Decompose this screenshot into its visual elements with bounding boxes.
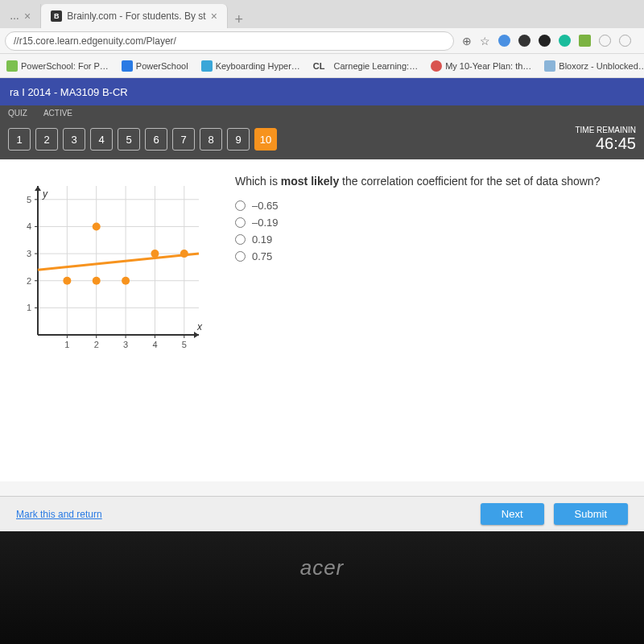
svg-text:4: 4 [27,221,31,231]
question-text: Which is most likely the correlation coe… [235,174,634,190]
question-number-button[interactable]: 3 [63,128,85,151]
laptop-frame: … × B Brainly.com - For students. By st … [0,0,644,644]
laptop-brand-logo: acer [300,555,345,580]
svg-text:x: x [196,321,203,332]
bookmark-label: Keyboarding Hyper… [216,61,300,71]
bookmark-label: Carnegie Learning:… [334,61,419,71]
mark-return-link[interactable]: Mark this and return [16,509,102,520]
footer-buttons: Next Submit [481,503,628,525]
bookmark-item[interactable]: PowerSchool: For P… [6,60,109,72]
address-bar: ⊕ ☆ [0,28,644,54]
extension-icon[interactable] [579,35,591,47]
browser-tab[interactable]: … × [0,4,41,28]
laptop-bezel: acer [0,531,644,644]
quiz-status-row: Quiz Active [0,105,644,121]
bookmark-icon [122,60,133,72]
answer-radio[interactable] [235,200,246,211]
question-number-list: 12345678910 [8,128,277,151]
close-icon[interactable]: × [24,10,31,23]
svg-text:5: 5 [182,340,187,349]
extension-icon[interactable] [498,35,510,47]
course-header: ra I 2014 - MA3109 B-CR [0,78,644,105]
answer-label: 0.75 [252,250,272,262]
answer-radio[interactable] [235,234,246,245]
bookmark-item[interactable]: My 10-Year Plan: th… [431,60,531,72]
browser-tab-active[interactable]: B Brainly.com - For students. By st × [41,4,228,28]
svg-point-42 [180,250,188,258]
svg-marker-15 [35,186,41,191]
bookmark-item[interactable]: Bloxorz - Unblocked… [544,60,644,72]
chart-panel: 1234512345xy [10,174,219,467]
question-number-button[interactable]: 5 [118,128,140,151]
options-list: –0.65–0.190.190.75 [235,200,634,262]
next-button[interactable]: Next [481,503,544,525]
url-input[interactable] [5,31,454,51]
svg-text:2: 2 [27,276,31,286]
answer-option[interactable]: –0.19 [235,217,634,229]
answer-label: 0.19 [252,233,272,246]
quiz-footer: Mark this and return Next Submit [0,496,644,531]
svg-point-38 [93,277,101,285]
svg-point-39 [93,222,101,230]
extension-icon[interactable] [559,35,571,47]
timer: TIME REMAININ 46:45 [575,126,636,153]
svg-text:5: 5 [27,195,31,204]
question-number-button[interactable]: 1 [8,128,31,151]
question-text-part: the correlation coefficient for the set … [339,175,600,188]
browser-tab-strip: … × B Brainly.com - For students. By st … [0,0,644,28]
question-content: 1234512345xy Which is most likely the co… [0,159,644,481]
submit-button[interactable]: Submit [554,503,628,525]
question-number-button[interactable]: 10 [254,128,277,151]
svg-text:1: 1 [64,340,69,349]
answer-label: –0.65 [252,200,279,212]
question-number-button[interactable]: 8 [200,128,222,151]
question-number-button[interactable]: 6 [145,128,167,151]
question-nav: 12345678910 TIME REMAININ 46:45 [0,121,644,159]
svg-text:1: 1 [27,303,31,312]
question-number-button[interactable]: 7 [172,128,195,151]
quiz-label: Quiz [8,109,27,118]
extension-icon[interactable] [539,35,551,47]
course-title: ra I 2014 - MA3109 B-CR [10,86,128,98]
answer-option[interactable]: 0.19 [235,233,634,246]
svg-point-41 [151,250,159,258]
timer-value: 46:45 [575,134,636,153]
svg-text:4: 4 [152,340,157,349]
svg-text:2: 2 [94,340,99,349]
bookmark-label: PowerSchool: For P… [21,61,109,71]
svg-marker-14 [194,332,199,338]
toolbar-icons: ⊕ ☆ [454,35,639,47]
profile-icon[interactable] [599,35,611,47]
bookmark-icon [544,60,555,72]
tab-title: … [10,10,19,22]
extension-icon[interactable] [518,35,530,47]
question-panel: Which is most likely the correlation coe… [235,174,634,467]
bookmark-item[interactable]: Keyboarding Hyper… [201,60,300,72]
bookmark-label: Bloxorz - Unblocked… [559,61,644,71]
answer-option[interactable]: –0.65 [235,200,634,212]
bookmark-item[interactable]: PowerSchool [122,60,188,72]
question-number-button[interactable]: 2 [35,128,58,151]
quiz-status: Active [43,109,72,118]
svg-line-36 [38,254,199,270]
bookmark-item[interactable]: CL Carnegie Learning:… [313,61,418,71]
answer-option[interactable]: 0.75 [235,250,634,262]
svg-text:3: 3 [123,340,128,349]
bookmark-icon [201,60,213,72]
favicon-icon: B [51,10,62,22]
new-tab-button[interactable]: + [228,11,250,28]
answer-radio[interactable] [235,251,246,262]
timer-label: TIME REMAININ [575,126,636,134]
scatter-chart: 1234512345xy [10,174,219,359]
svg-text:3: 3 [27,249,31,258]
svg-point-37 [63,277,71,285]
close-icon[interactable]: × [211,10,217,23]
question-number-button[interactable]: 9 [227,128,250,151]
svg-point-40 [122,277,130,285]
zoom-icon[interactable]: ⊕ [462,35,472,47]
answer-radio[interactable] [235,217,246,228]
question-number-button[interactable]: 4 [90,128,113,151]
star-icon[interactable]: ☆ [480,35,490,47]
menu-icon[interactable] [619,35,631,47]
question-text-bold: most likely [281,175,339,188]
